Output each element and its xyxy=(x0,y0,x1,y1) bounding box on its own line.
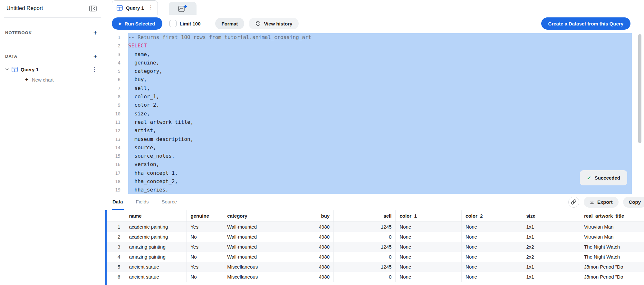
column-header-buy[interactable]: buy xyxy=(270,210,334,222)
cell-genuine: Yes xyxy=(187,262,223,272)
data-section-header: DATA + xyxy=(0,53,105,60)
sidebar-item-query-1[interactable]: Query 1 ⋮ xyxy=(0,65,105,74)
results-table: namegenuinecategorybuysellcolor_1color_2… xyxy=(105,210,644,282)
sql-code-text[interactable]: sell, xyxy=(128,84,632,93)
column-header-category[interactable]: category xyxy=(223,210,270,222)
chevron-down-icon[interactable] xyxy=(5,68,9,71)
results-panel: Data Fields Source Export xyxy=(105,194,644,285)
table-row: 4amazing paintingNoWall-mounted49800None… xyxy=(105,252,644,262)
cell-genuine: No xyxy=(187,232,223,242)
tab-source[interactable]: Source xyxy=(161,194,178,210)
cell-genuine: Yes xyxy=(187,242,223,252)
view-history-button[interactable]: View history xyxy=(249,18,299,29)
sql-line-3: 3 name, xyxy=(105,50,644,59)
sql-code-text[interactable]: color_2, xyxy=(128,101,632,109)
table-row: 3amazing paintingYesWall-mounted49801245… xyxy=(105,242,644,252)
cell-name: amazing painting xyxy=(125,252,187,262)
tab-query-1[interactable]: Query 1 ⋮ xyxy=(112,0,158,15)
add-notebook-cell-button[interactable]: + xyxy=(93,29,97,36)
sql-code-text[interactable]: source, xyxy=(128,143,632,152)
sql-editor[interactable]: 1-- Returns first 100 rows from tutorial… xyxy=(105,32,644,194)
line-number: 16 xyxy=(105,160,128,169)
notebook-section-header: NOTEBOOK + xyxy=(0,29,105,36)
column-header-genuine[interactable]: genuine xyxy=(187,210,223,222)
cell-buy: 4980 xyxy=(270,242,334,252)
view-history-label: View history xyxy=(264,21,292,26)
column-header-size[interactable]: size xyxy=(522,210,580,222)
sql-code-text[interactable]: real_artwork_title, xyxy=(128,118,632,126)
check-icon: ✓ xyxy=(587,175,591,180)
sql-code-text[interactable]: hha_concept_1, xyxy=(128,169,632,177)
query-status-badge: ✓ Succeeded xyxy=(580,170,627,185)
column-header-color_2[interactable]: color_2 xyxy=(462,210,522,222)
limit-100-checkbox[interactable] xyxy=(169,20,177,27)
cell-genuine: Yes xyxy=(187,222,223,232)
sql-code-text[interactable]: SELECT xyxy=(128,42,632,50)
tab-new-chart[interactable] xyxy=(169,2,197,15)
cell-buy: 4980 xyxy=(270,252,334,262)
sql-line-1: 1-- Returns first 100 rows from tutorial… xyxy=(105,33,644,42)
run-selected-button[interactable]: ▶ Run Selected xyxy=(112,17,162,30)
collapse-sidebar-button[interactable] xyxy=(89,5,97,12)
sql-code-text[interactable]: hha_concept_2, xyxy=(128,177,632,186)
sql-code-text[interactable]: category, xyxy=(128,67,632,75)
sql-code-text[interactable]: museum_description, xyxy=(128,135,632,143)
sql-line-10: 10 size, xyxy=(105,110,644,118)
sql-code-text[interactable]: genuine, xyxy=(128,59,632,67)
new-chart-button[interactable]: + New chart xyxy=(0,76,105,83)
cell-color_1: None xyxy=(396,252,462,262)
query-item-menu-button[interactable]: ⋮ xyxy=(91,66,98,72)
status-text: Succeeded xyxy=(595,175,620,181)
format-button[interactable]: Format xyxy=(215,18,245,29)
limit-100-control[interactable]: Limit 100 xyxy=(169,20,201,27)
query-icon xyxy=(117,5,123,11)
row-number-header xyxy=(105,210,125,222)
add-data-button[interactable]: + xyxy=(93,53,97,60)
table-header-row: namegenuinecategorybuysellcolor_1color_2… xyxy=(105,210,644,222)
sidebar-header: Untitled Report xyxy=(0,0,105,17)
sql-code-text[interactable]: name, xyxy=(128,50,632,59)
export-button[interactable]: Export xyxy=(584,197,619,208)
line-number: 15 xyxy=(105,152,128,160)
sql-line-19: 19 hha_series, xyxy=(105,186,644,194)
line-number: 2 xyxy=(105,42,128,50)
query-item-label: Query 1 xyxy=(21,67,88,72)
cell-name: ancient statue xyxy=(125,262,187,272)
tab-label: Query 1 xyxy=(126,5,144,11)
run-selected-label: Run Selected xyxy=(124,21,155,26)
column-header-name[interactable]: name xyxy=(125,210,187,222)
cell-sell: 0 xyxy=(334,252,396,262)
tab-fields[interactable]: Fields xyxy=(135,194,149,210)
line-number: 17 xyxy=(105,169,128,177)
table-row: 2academic paintingNoWall-mounted49800Non… xyxy=(105,232,644,242)
sql-code-text[interactable]: size, xyxy=(128,110,632,118)
cell-real_artwork_title: The Night Watch xyxy=(580,252,644,262)
row-number: 3 xyxy=(105,242,125,252)
cell-category: Wall-mounted xyxy=(223,232,270,242)
sql-code-text[interactable]: color_1, xyxy=(128,93,632,101)
tab-menu-button[interactable]: ⋮ xyxy=(147,5,154,11)
cell-name: ancient statue xyxy=(125,272,187,282)
line-number: 13 xyxy=(105,135,128,143)
sql-code-text[interactable]: -- Returns first 100 rows from tutorial.… xyxy=(128,33,632,42)
results-toolbar: Data Fields Source Export xyxy=(105,194,644,210)
copy-label: Copy xyxy=(629,199,641,205)
tab-strip: Query 1 ⋮ xyxy=(105,0,644,15)
column-header-sell[interactable]: sell xyxy=(334,210,396,222)
cell-color_2: None xyxy=(462,272,522,282)
create-dataset-button[interactable]: Create a Dataset from this Query xyxy=(541,17,630,30)
sql-code-text[interactable]: version, xyxy=(128,160,632,169)
column-header-color_1[interactable]: color_1 xyxy=(396,210,462,222)
column-header-real_artwork_title[interactable]: real_artwork_title xyxy=(580,210,644,222)
copy-button[interactable]: Copy xyxy=(623,197,644,208)
tab-data[interactable]: Data xyxy=(112,194,124,210)
cell-color_1: None xyxy=(396,222,462,232)
editor-scrollbar-thumb[interactable] xyxy=(638,34,641,143)
sql-lines: 1-- Returns first 100 rows from tutorial… xyxy=(105,33,644,194)
sql-code-text[interactable]: buy, xyxy=(128,75,632,84)
history-icon xyxy=(255,21,261,26)
sql-code-text[interactable]: source_notes, xyxy=(128,152,632,160)
sql-code-text[interactable]: hha_series, xyxy=(128,186,632,194)
sql-code-text[interactable]: artist, xyxy=(128,126,632,135)
share-link-button[interactable] xyxy=(568,197,579,208)
